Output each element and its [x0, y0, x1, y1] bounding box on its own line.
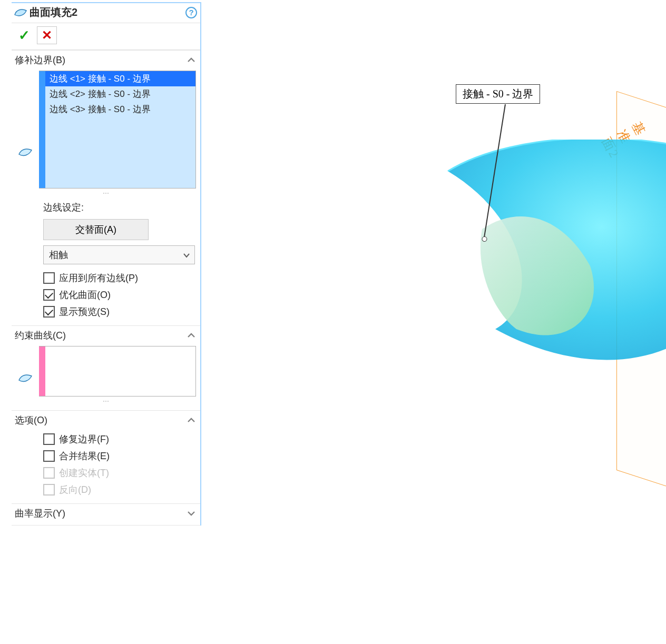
section-title: 修补边界(B) [15, 54, 65, 66]
section-title: 曲率显示(Y) [15, 507, 65, 520]
create-solid-row: 创建实体(T) [16, 464, 196, 481]
feature-title: 曲面填充2 [27, 5, 185, 19]
section-curvature-header[interactable]: 曲率显示(Y) [12, 503, 200, 526]
curve-selection-icon [16, 358, 35, 384]
fill-surface-preview[interactable] [432, 140, 666, 377]
list-resize-grip[interactable]: ⋯ [16, 397, 196, 405]
preview-row: 显示预览(S) [16, 303, 196, 320]
chevron-up-icon[interactable] [187, 415, 196, 425]
ok-button[interactable]: ✓ [16, 27, 33, 44]
merge-result-row: 合并结果(E) [16, 448, 196, 464]
chevron-down-icon[interactable] [187, 509, 196, 518]
reverse-checkbox [43, 484, 55, 496]
patch-boundary-listbox[interactable]: 边线 <1> 接触 - S0 - 边界 边线 <2> 接触 - S0 - 边界 … [39, 71, 196, 189]
fix-boundary-label: 修复边界(F) [59, 433, 109, 445]
combo-value: 相触 [49, 249, 68, 261]
create-solid-checkbox [43, 467, 55, 479]
section-patch-boundary-body: 边线 <1> 接触 - S0 - 边界 边线 <2> 接触 - S0 - 边界 … [12, 68, 200, 325]
section-patch-boundary-header[interactable]: 修补边界(B) [12, 50, 200, 68]
constraint-curves-listbox[interactable] [39, 346, 196, 397]
edge-callout: 接触 - S0 - 边界 [456, 84, 540, 104]
section-constraint-curves-body: ⋯ [12, 344, 200, 410]
edge-item[interactable]: 边线 <1> 接触 - S0 - 边界 [45, 71, 195, 86]
confirm-row: ✓ ✕ [12, 23, 200, 50]
section-title: 约束曲线(C) [15, 329, 66, 342]
property-panel: 曲面填充2 ? ✓ ✕ 修补边界(B) 边线 <1> 接触 - S0 - 边界 … [12, 2, 201, 526]
chevron-up-icon[interactable] [187, 331, 196, 340]
edge-item[interactable]: 边线 <3> 接触 - S0 - 边界 [45, 102, 195, 117]
optimize-checkbox[interactable] [43, 289, 55, 301]
panel-header: 曲面填充2 ? [12, 3, 200, 23]
help-icon[interactable]: ? [185, 7, 197, 18]
graphics-viewport[interactable]: 基准面2 接触 - S0 - 边界 [211, 0, 666, 644]
list-resize-grip[interactable]: ⋯ [16, 189, 196, 197]
section-constraint-curves-header[interactable]: 约束曲线(C) [12, 325, 200, 344]
edge-selection-icon [16, 101, 35, 158]
chevron-down-icon [183, 250, 190, 261]
apply-all-label: 应用到所有边线(P) [59, 272, 138, 284]
merge-result-label: 合并结果(E) [59, 450, 110, 462]
apply-all-row: 应用到所有边线(P) [16, 270, 196, 286]
section-options-header[interactable]: 选项(O) [12, 410, 200, 429]
merge-result-checkbox[interactable] [43, 450, 55, 462]
alternate-face-button[interactable]: 交替面(A) [43, 219, 149, 240]
fix-boundary-row: 修复边界(F) [16, 431, 196, 448]
optimize-label: 优化曲面(O) [59, 289, 111, 301]
create-solid-label: 创建实体(T) [59, 467, 109, 479]
preview-label: 显示预览(S) [59, 305, 110, 318]
contact-type-combo[interactable]: 相触 [43, 245, 195, 264]
reverse-label: 反向(D) [59, 483, 91, 496]
surface-fill-icon [14, 6, 27, 19]
edge-item[interactable]: 边线 <2> 接触 - S0 - 边界 [45, 86, 195, 102]
fix-boundary-checkbox[interactable] [43, 433, 55, 445]
edge-settings-label: 边线设定: [16, 197, 196, 217]
cancel-button[interactable]: ✕ [37, 26, 57, 44]
section-options-body: 修复边界(F) 合并结果(E) 创建实体(T) 反向(D) [12, 429, 200, 503]
reverse-row: 反向(D) [16, 481, 196, 498]
optimize-row: 优化曲面(O) [16, 286, 196, 303]
apply-all-checkbox[interactable] [43, 272, 55, 284]
section-title: 选项(O) [15, 414, 47, 427]
chevron-up-icon[interactable] [187, 55, 196, 65]
preview-checkbox[interactable] [43, 306, 55, 318]
